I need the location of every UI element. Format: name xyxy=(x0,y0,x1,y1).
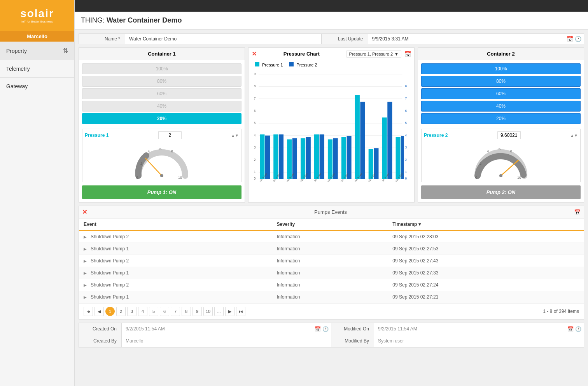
col-timestamp[interactable]: Timestamp xyxy=(388,218,584,231)
page-5-btn[interactable]: 5 xyxy=(149,307,158,316)
page-3-btn[interactable]: 3 xyxy=(127,307,136,316)
container1-header: Container 1 xyxy=(79,48,245,60)
svg-point-49 xyxy=(499,174,502,177)
pump2-button[interactable]: Pump 2: ON xyxy=(421,185,581,199)
main-content: THING: Water Container Demo Name * Water… xyxy=(75,0,588,386)
page-6-btn[interactable]: 6 xyxy=(160,307,169,316)
timestamp-cell: 09 Sep 2015 02:27:24 xyxy=(388,279,584,291)
bar-p2-6 xyxy=(346,136,351,179)
created-by-field: Created By Marcello xyxy=(79,335,331,347)
row-arrow-icon: ▶ xyxy=(84,295,87,299)
col-event: Event xyxy=(79,218,272,231)
legend-pressure2: Pressure 2 xyxy=(289,62,317,67)
svg-text:8: 8 xyxy=(171,149,173,153)
container1-gauge-section: Pressure 1 ▲▼ xyxy=(82,129,242,182)
chart-close-icon[interactable]: ✕ xyxy=(252,50,257,58)
page-10-btn[interactable]: 10 xyxy=(203,307,213,316)
svg-text:4: 4 xyxy=(405,133,407,137)
page-9-btn[interactable]: 9 xyxy=(192,307,202,316)
modified-on-calendar-icon[interactable]: 📅 xyxy=(567,326,574,332)
created-on-clock-icon[interactable]: 🕐 xyxy=(322,326,329,332)
container2-gauge-header: Pressure 2 ▲▼ xyxy=(424,131,578,139)
severity-cell: Information xyxy=(272,279,388,291)
modified-on-clock-icon[interactable]: 🕐 xyxy=(575,326,581,332)
table-row[interactable]: ▶ Shutdown Pump 1 Information 09 Sep 201… xyxy=(79,267,584,279)
calendar-icon[interactable]: 📅 xyxy=(567,36,573,42)
svg-text:2: 2 xyxy=(480,162,481,166)
sidebar-item-gateway[interactable]: Gateway xyxy=(0,78,74,95)
pressure1-spinner[interactable]: ▲▼ xyxy=(231,133,239,138)
bar-p2-9 xyxy=(387,102,392,179)
pressure2-input[interactable] xyxy=(497,131,521,139)
timestamp-cell: 09 Sep 2015 02:28:03 xyxy=(388,231,584,243)
page-last-btn[interactable]: ⏭ xyxy=(236,307,245,316)
svg-text:6: 6 xyxy=(405,108,407,113)
container1-level-80[interactable]: 80% xyxy=(82,76,242,87)
bar-p2-1 xyxy=(279,134,284,179)
sidebar-user: Marcello xyxy=(0,31,74,42)
timestamp-cell: 09 Sep 2015 02:27:43 xyxy=(388,255,584,267)
pagination: ⏮ ◀ 1 2 3 4 5 6 7 8 9 10 ... ▶ ⏭ 1 - 8 o… xyxy=(79,303,584,319)
bar-p1-7 xyxy=(355,95,360,179)
container1-level-60[interactable]: 60% xyxy=(82,88,242,99)
container2-level-40[interactable]: 40% xyxy=(421,101,581,112)
page-8-btn[interactable]: 8 xyxy=(182,307,191,316)
table-row[interactable]: ▶ Shutdown Pump 2 Information 09 Sep 201… xyxy=(79,279,584,291)
bar-p1-2 xyxy=(287,140,292,179)
events-calendar-icon[interactable]: 📅 xyxy=(574,209,581,215)
bar-p1-3 xyxy=(301,138,305,179)
pressure2-spinner[interactable]: ▲▼ xyxy=(570,133,578,138)
page-count: 1 - 8 of 394 items xyxy=(543,309,579,314)
svg-text:8: 8 xyxy=(510,149,512,153)
table-row[interactable]: ▶ Shutdown Pump 1 Information 09 Sep 201… xyxy=(79,291,584,303)
logo-sub: IoT for Better Business xyxy=(21,20,53,23)
page-1-btn[interactable]: 1 xyxy=(105,307,115,316)
page-next-btn[interactable]: ▶ xyxy=(225,307,234,316)
gauge2-svg: 0 4 6 8 2 10 xyxy=(470,141,532,180)
svg-text:0: 0 xyxy=(136,176,138,180)
container1-level-20[interactable]: 20% xyxy=(82,113,242,124)
created-on-calendar-icon[interactable]: 📅 xyxy=(315,326,321,332)
page-7-btn[interactable]: 7 xyxy=(171,307,180,316)
legend-dot-pressure1 xyxy=(255,62,259,66)
page-2-btn[interactable]: 2 xyxy=(116,307,126,316)
svg-text:9: 9 xyxy=(254,72,256,76)
severity-cell: Information xyxy=(272,255,388,267)
row-arrow-icon: ▶ xyxy=(84,235,87,239)
modified-on-value: 9/2/2015 11:54 AM xyxy=(374,323,565,335)
table-row[interactable]: ▶ Shutdown Pump 1 Information 09 Sep 201… xyxy=(79,243,584,255)
clock-icon[interactable]: 🕐 xyxy=(575,36,581,42)
page-prev-btn[interactable]: ◀ xyxy=(94,307,104,316)
container2-level-20[interactable]: 20% xyxy=(421,113,581,124)
sidebar: solair IoT for Better Business Marcello … xyxy=(0,0,75,386)
sidebar-item-property[interactable]: Property ⇅ xyxy=(0,42,74,60)
svg-text:6: 6 xyxy=(159,147,161,151)
container1-level-40[interactable]: 40% xyxy=(82,101,242,112)
sidebar-item-telemetry[interactable]: Telemetry xyxy=(0,60,74,78)
container2-level-80[interactable]: 80% xyxy=(421,76,581,87)
svg-text:4: 4 xyxy=(487,149,489,153)
sidebar-logo: solair IoT for Better Business xyxy=(0,0,74,31)
events-close-icon[interactable]: ✕ xyxy=(82,208,87,216)
chart-title: Pressure Chart xyxy=(260,51,343,57)
name-value[interactable]: Water Container Demo xyxy=(125,33,322,44)
pressure1-input[interactable] xyxy=(158,131,182,139)
table-row[interactable]: ▶ Shutdown Pump 2 Information 09 Sep 201… xyxy=(79,231,584,243)
container2-gauge-section: Pressure 2 ▲▼ xyxy=(421,129,581,182)
event-cell: ▶ Shutdown Pump 2 xyxy=(79,255,272,267)
container2-level-60[interactable]: 60% xyxy=(421,88,581,99)
page-first-btn[interactable]: ⏮ xyxy=(84,307,93,316)
container1-levels: 100% 80% 60% 40% 20% xyxy=(79,60,245,127)
chart-calendar-icon[interactable]: 📅 xyxy=(404,51,411,57)
legend-pressure1: Pressure 1 xyxy=(255,62,283,67)
table-row[interactable]: ▶ Shutdown Pump 2 Information 09 Sep 201… xyxy=(79,255,584,267)
container2-level-100[interactable]: 100% xyxy=(421,63,581,74)
sidebar-item-label-property: Property xyxy=(6,48,27,54)
gauge1-svg: 0 4 6 8 2 10 xyxy=(131,141,193,180)
bar-chart-svg: 9 8 7 6 5 4 3 2 1 0 8 7 6 5 xyxy=(252,70,411,182)
bottom-fields: Created On 9/2/2015 11:54 AM 📅 🕐 Modifie… xyxy=(79,323,584,348)
page-4-btn[interactable]: 4 xyxy=(138,307,147,316)
pump1-button[interactable]: Pump 1: ON xyxy=(82,185,242,199)
chart-dropdown[interactable]: Pressure 1, Pressure 2 ▼ xyxy=(346,51,401,58)
container1-level-100[interactable]: 100% xyxy=(82,63,242,74)
